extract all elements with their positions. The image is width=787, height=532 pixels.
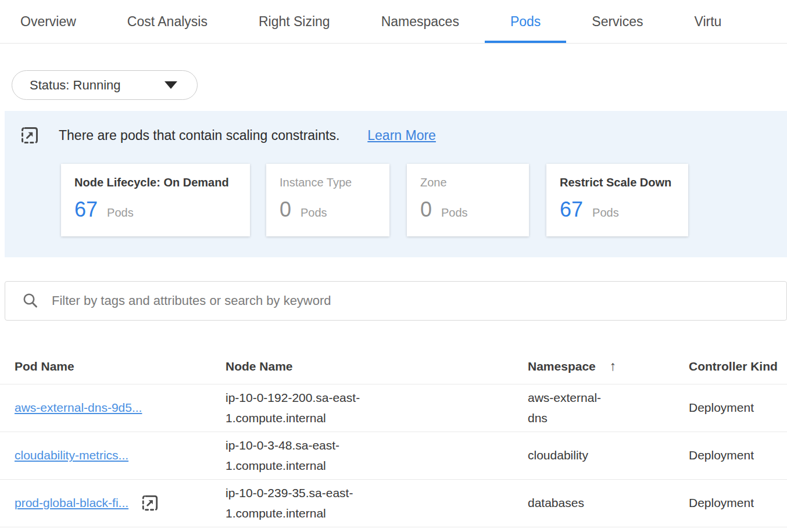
card-unit: Pods	[107, 206, 134, 220]
card-instance-type[interactable]: Instance Type 0 Pods	[266, 164, 389, 236]
column-header-namespace[interactable]: Namespace ↑	[528, 358, 689, 374]
namespace-text: cloudability	[528, 445, 618, 466]
controller-kind-cell: Deployment	[689, 445, 787, 466]
column-label: Namespace	[528, 360, 596, 373]
card-metric: 67 Pods	[74, 197, 237, 222]
pod-link[interactable]: aws-external-dns-9d5...	[15, 398, 142, 418]
tab-overview[interactable]: Overview	[0, 0, 102, 43]
column-label: Node Name	[226, 360, 293, 373]
scaling-constraints-banner: There are pods that contain scaling cons…	[5, 111, 787, 257]
card-value: 67	[560, 197, 583, 222]
pod-name-cell: cloudability-metrics...	[15, 445, 226, 466]
tab-cost-analysis[interactable]: Cost Analysis	[102, 0, 233, 43]
scaling-constraint-icon	[20, 126, 39, 145]
tab-virtual[interactable]: Virtu	[669, 0, 747, 43]
learn-more-link[interactable]: Learn More	[367, 128, 436, 143]
card-value: 0	[280, 197, 291, 222]
namespace-cell: aws-external-dns	[528, 388, 689, 428]
filter-search-bar	[5, 281, 787, 321]
card-title: Restrict Scale Down	[560, 176, 675, 189]
table-header-row: Pod Name Node Name Namespace ↑ Controlle…	[0, 348, 787, 384]
table-row: prod-global-black-fi... ip-10-0-239-35.s…	[0, 480, 787, 527]
card-metric: 0 Pods	[420, 197, 516, 222]
namespace-text: aws-external-dns	[528, 388, 618, 428]
column-header-pod-name[interactable]: Pod Name	[15, 360, 226, 373]
pod-link[interactable]: prod-global-black-fi...	[15, 493, 128, 513]
card-title: Instance Type	[280, 176, 376, 189]
constraint-cards-row: Node Lifecycle: On Demand 67 Pods Instan…	[5, 164, 787, 236]
card-unit: Pods	[301, 206, 327, 220]
status-filter-dropdown[interactable]: Status: Running	[12, 70, 198, 100]
scaling-constraint-icon	[141, 494, 159, 512]
banner-message: There are pods that contain scaling cons…	[59, 128, 339, 143]
node-name-text: ip-10-0-192-200.sa-east-1.compute.intern…	[226, 388, 372, 428]
card-unit: Pods	[592, 206, 619, 220]
column-label: Pod Name	[15, 360, 74, 373]
search-input[interactable]	[52, 293, 772, 308]
card-title: Zone	[420, 176, 516, 189]
card-value: 0	[420, 197, 432, 222]
controller-kind-cell: Deployment	[689, 398, 787, 418]
tab-right-sizing[interactable]: Right Sizing	[233, 0, 356, 43]
card-metric: 0 Pods	[280, 197, 376, 222]
pod-name-cell: aws-external-dns-9d5...	[15, 398, 226, 418]
column-label: Controller Kind	[689, 360, 778, 373]
table-row: aws-external-dns-9d5... ip-10-0-192-200.…	[0, 384, 787, 432]
pods-table: Pod Name Node Name Namespace ↑ Controlle…	[0, 348, 787, 527]
status-filter-label: Status: Running	[30, 78, 121, 93]
card-unit: Pods	[441, 206, 468, 220]
card-zone[interactable]: Zone 0 Pods	[407, 164, 529, 236]
node-name-text: ip-10-0-3-48.sa-east-1.compute.internal	[226, 436, 372, 476]
namespace-cell: cloudability	[528, 445, 689, 466]
node-name-cell: ip-10-0-3-48.sa-east-1.compute.internal	[226, 436, 528, 476]
pod-name-cell: prod-global-black-fi...	[15, 493, 226, 513]
tab-services[interactable]: Services	[566, 0, 668, 43]
table-row: cloudability-metrics... ip-10-0-3-48.sa-…	[0, 432, 787, 480]
card-restrict-scale-down[interactable]: Restrict Scale Down 67 Pods	[546, 164, 688, 236]
banner-header: There are pods that contain scaling cons…	[5, 111, 787, 145]
search-icon	[22, 292, 39, 310]
node-name-text: ip-10-0-239-35.sa-east-1.compute.interna…	[226, 483, 372, 523]
card-value: 67	[74, 197, 98, 222]
top-tab-bar: Overview Cost Analysis Right Sizing Name…	[0, 0, 787, 44]
pod-link[interactable]: cloudability-metrics...	[15, 445, 128, 466]
namespace-text: databases	[528, 493, 618, 513]
controller-kind-cell: Deployment	[689, 493, 787, 513]
card-metric: 67 Pods	[560, 197, 675, 222]
node-name-cell: ip-10-0-239-35.sa-east-1.compute.interna…	[226, 483, 528, 523]
chevron-down-icon	[164, 81, 177, 89]
card-title: Node Lifecycle: On Demand	[74, 176, 237, 189]
card-node-lifecycle[interactable]: Node Lifecycle: On Demand 67 Pods	[61, 164, 250, 236]
sort-ascending-icon: ↑	[610, 358, 617, 374]
column-header-controller-kind[interactable]: Controller Kind	[689, 360, 787, 373]
tab-namespaces[interactable]: Namespaces	[356, 0, 485, 43]
tab-pods[interactable]: Pods	[485, 0, 566, 43]
namespace-cell: databases	[528, 493, 689, 513]
node-name-cell: ip-10-0-192-200.sa-east-1.compute.intern…	[226, 388, 528, 428]
column-header-node-name[interactable]: Node Name	[226, 360, 528, 373]
